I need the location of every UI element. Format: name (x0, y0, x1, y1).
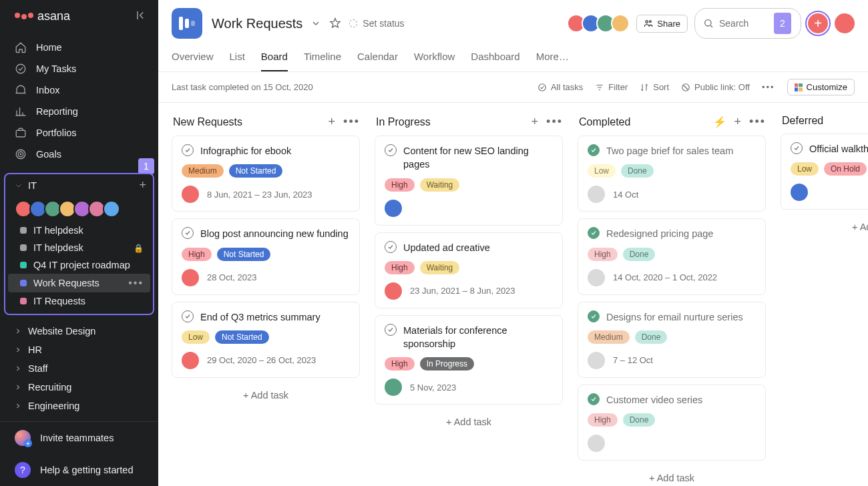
star-icon[interactable] (329, 17, 341, 29)
column-more-icon[interactable]: ••• (749, 115, 766, 129)
invite-teammates[interactable]: Invite teammates (0, 421, 158, 454)
tab-board[interactable]: Board (261, 45, 288, 71)
add-card-icon[interactable]: + (329, 115, 336, 129)
add-task-button[interactable]: Add task (375, 411, 563, 433)
add-task-button[interactable]: Add task (172, 385, 360, 406)
public-link-button[interactable]: Public link: Off (681, 82, 750, 92)
nav-home[interactable]: Home (0, 37, 158, 58)
assignee-avatar[interactable] (385, 282, 402, 300)
sidebar-team-item[interactable]: Recruiting (0, 378, 158, 397)
task-card[interactable]: End of Q3 metrics summaryLowNot Started2… (172, 302, 360, 378)
filter-button[interactable]: Filter (595, 82, 628, 92)
nav-inbox[interactable]: Inbox (0, 79, 158, 101)
global-add-button[interactable]: + (808, 13, 828, 33)
add-card-icon[interactable]: + (734, 115, 742, 129)
team-section-header[interactable]: IT + (5, 174, 153, 196)
complete-task-icon[interactable] (791, 142, 803, 154)
board[interactable]: New Requests+•••Infographic for ebookMed… (158, 103, 868, 486)
customize-button[interactable]: Customize (787, 79, 855, 95)
assignee-avatar[interactable] (385, 200, 402, 217)
tab-more[interactable]: More… (536, 45, 569, 71)
assignee-avatar[interactable] (182, 269, 199, 286)
sidebar-team-item[interactable]: Engineering (0, 397, 158, 415)
check-circle-icon (537, 83, 547, 92)
chevron-down-icon[interactable] (310, 18, 321, 29)
complete-task-icon[interactable] (588, 227, 600, 239)
user-avatar[interactable] (835, 13, 855, 33)
assignee-avatar[interactable] (588, 269, 605, 286)
tab-list[interactable]: List (230, 45, 245, 71)
set-status-button[interactable]: Set status (349, 18, 404, 29)
automation-bolt-icon[interactable]: ⚡ (713, 115, 726, 128)
search-input-wrapper[interactable]: 2 (694, 8, 801, 39)
complete-task-icon[interactable] (182, 144, 194, 156)
assignee-avatar[interactable] (588, 186, 605, 203)
sidebar-team-item[interactable]: HR (0, 340, 158, 359)
assignee-avatar[interactable] (588, 352, 605, 369)
sidebar-project-item[interactable]: IT helpdesk (8, 222, 150, 239)
complete-task-icon[interactable] (385, 241, 397, 253)
nav-goals[interactable]: Goals (0, 144, 158, 165)
column-more-icon[interactable]: ••• (343, 115, 360, 129)
sidebar-project-item[interactable]: IT helpdesk 🔒 (8, 239, 150, 256)
task-card[interactable]: Designs for email nurture seriesMediumDo… (578, 302, 766, 378)
asana-logo[interactable]: asana (15, 9, 70, 23)
sidebar-project-item[interactable]: IT Requests (8, 292, 150, 310)
complete-task-icon[interactable] (182, 310, 194, 322)
task-card[interactable]: Materials for conference sponsorshipHigh… (375, 315, 563, 405)
task-card[interactable]: Content for new SEO landing pagesHighWai… (375, 136, 563, 226)
nav-my-tasks[interactable]: My Tasks (0, 58, 158, 79)
collapse-sidebar-icon[interactable] (136, 9, 148, 23)
assignee-avatar[interactable] (182, 352, 199, 369)
nav-reporting[interactable]: Reporting (0, 101, 158, 122)
search-input[interactable] (719, 18, 769, 29)
column-body[interactable]: Content for new SEO landing pagesHighWai… (375, 136, 564, 446)
share-button[interactable]: Share (636, 15, 688, 33)
face-pile[interactable] (567, 14, 630, 33)
column-body[interactable]: Two page brief for sales teamLowDone14 O… (578, 136, 767, 486)
sort-button[interactable]: Sort (640, 82, 669, 92)
project-more-icon[interactable]: ••• (128, 277, 144, 288)
complete-task-icon[interactable] (385, 324, 397, 336)
task-card[interactable]: Redesigned pricing pageHighDone14 Oct, 2… (578, 218, 766, 294)
member-avatar[interactable] (611, 14, 630, 33)
more-actions-icon[interactable]: ••• (762, 82, 775, 92)
task-card[interactable]: Official walkthrough candidatesLowOn Hol… (781, 134, 868, 210)
help-getting-started[interactable]: ? Help & getting started (0, 454, 158, 486)
complete-task-icon[interactable] (385, 144, 397, 156)
tab-overview[interactable]: Overview (172, 45, 214, 71)
column-body[interactable]: Official walkthrough candidatesLowOn Hol… (781, 134, 868, 251)
tag: Done (623, 413, 656, 427)
task-card[interactable]: Two page brief for sales teamLowDone14 O… (578, 136, 766, 212)
assignee-avatar[interactable] (588, 435, 605, 452)
column-more-icon[interactable]: ••• (546, 115, 563, 129)
tab-calendar[interactable]: Calendar (357, 45, 398, 71)
tab-dashboard[interactable]: Dashboard (471, 45, 519, 71)
sidebar-team-item[interactable]: Website Design (0, 322, 158, 340)
task-card[interactable]: Updated ad creativeHighWaiting23 Jun, 20… (375, 232, 563, 308)
assignee-avatar[interactable] (385, 379, 402, 396)
sidebar-project-item[interactable]: Q4 IT project roadmap (8, 256, 150, 274)
complete-task-icon[interactable] (588, 310, 600, 322)
add-task-button[interactable]: Add task (781, 216, 868, 238)
assignee-avatar[interactable] (791, 184, 808, 201)
task-card[interactable]: Blog post announcing new fundingHighNot … (172, 218, 360, 294)
sidebar-team-item[interactable]: Staff (0, 359, 158, 378)
add-card-icon[interactable]: + (531, 115, 539, 129)
all-tasks-filter[interactable]: All tasks (537, 82, 583, 92)
add-project-icon[interactable]: + (139, 178, 146, 192)
task-card[interactable]: Customer video seriesHighDone (578, 385, 766, 461)
team-member-avatar[interactable] (103, 200, 120, 218)
complete-task-icon[interactable] (588, 393, 600, 405)
tab-workflow[interactable]: Workflow (414, 45, 455, 71)
complete-task-icon[interactable] (182, 227, 194, 239)
nav-portfolios[interactable]: Portfolios (0, 122, 158, 144)
team-avatars[interactable] (5, 196, 153, 222)
column-body[interactable]: Infographic for ebookMediumNot Started8 … (172, 136, 361, 419)
complete-task-icon[interactable] (588, 144, 600, 156)
tab-timeline[interactable]: Timeline (304, 45, 341, 71)
assignee-avatar[interactable] (182, 186, 199, 203)
sidebar-project-item[interactable]: Work Requests ••• (8, 274, 150, 292)
task-card[interactable]: Infographic for ebookMediumNot Started8 … (172, 136, 360, 212)
add-task-button[interactable]: Add task (578, 467, 766, 486)
